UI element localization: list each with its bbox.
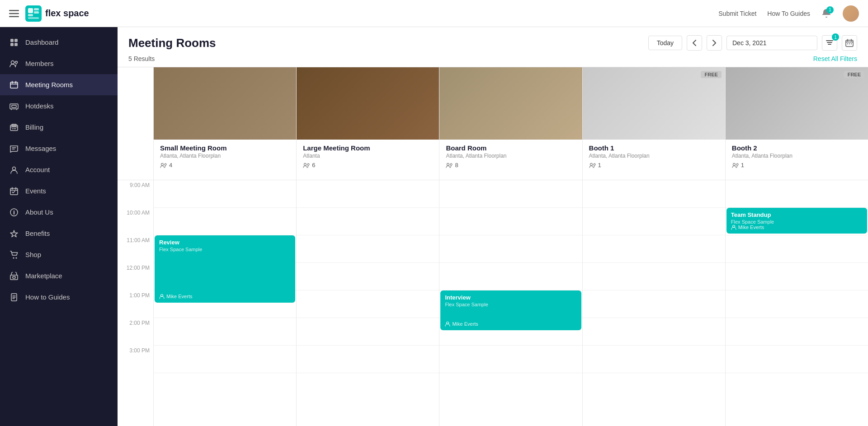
- prev-arrow-button[interactable]: [687, 35, 702, 51]
- slot-row[interactable]: [297, 180, 439, 208]
- sidebar-icon-shop: [9, 250, 19, 259]
- slot-row[interactable]: [726, 290, 868, 318]
- slot-row[interactable]: [439, 180, 582, 208]
- booking-team-standup[interactable]: Team Standup Flex Space Sample Mike Ever…: [726, 208, 867, 234]
- time-slot: 12:00 PM: [118, 263, 153, 290]
- sidebar-item-marketplace[interactable]: Marketplace: [0, 265, 118, 286]
- sidebar-item-about-us[interactable]: About Us: [0, 201, 118, 223]
- slot-row[interactable]: [583, 235, 725, 263]
- svg-point-40: [594, 164, 595, 165]
- booking-user: Mike Everts: [159, 294, 291, 299]
- slot-row[interactable]: [297, 263, 439, 290]
- reset-filters-button[interactable]: Reset All Filters: [813, 55, 857, 62]
- slot-row[interactable]: [154, 208, 296, 235]
- time-label: 9:00 AM: [130, 182, 150, 188]
- sidebar-label-messages: Messages: [25, 145, 56, 152]
- room-name: Board Room: [446, 144, 576, 152]
- svg-rect-11: [14, 43, 18, 46]
- room-header-booth-1[interactable]: FREE Booth 1 Atlanta, Atlanta Floorplan …: [583, 67, 725, 180]
- slot-row[interactable]: [726, 263, 868, 290]
- slot-row[interactable]: [297, 290, 439, 318]
- sidebar-label-dashboard: Dashboard: [25, 38, 58, 46]
- svg-rect-5: [34, 11, 39, 14]
- svg-rect-2: [9, 16, 19, 18]
- sidebar-icon-members: [9, 59, 19, 68]
- logo[interactable]: flex space: [25, 5, 89, 22]
- slot-row[interactable]: [583, 318, 725, 346]
- booking-title: Interview: [445, 294, 576, 301]
- room-capacity: 1: [589, 162, 719, 169]
- room-header-booth-2[interactable]: FREE Booth 2 Atlanta, Atlanta Floorplan …: [726, 67, 868, 180]
- slot-row[interactable]: [154, 346, 296, 373]
- sidebar-item-messages[interactable]: Messages: [0, 138, 118, 159]
- room-image-large-meeting: [297, 67, 439, 140]
- notification-button[interactable]: 1: [821, 8, 832, 19]
- hamburger-menu[interactable]: [9, 8, 19, 19]
- submit-ticket-link[interactable]: Submit Ticket: [718, 10, 756, 17]
- svg-rect-3: [28, 8, 33, 13]
- slot-row[interactable]: [439, 346, 582, 373]
- room-name: Booth 1: [589, 144, 719, 152]
- slot-row[interactable]: [583, 263, 725, 290]
- sidebar-item-billing[interactable]: Billing: [0, 117, 118, 138]
- how-to-guides-link[interactable]: How To Guides: [767, 10, 810, 17]
- room-image-booth-1: [583, 67, 725, 140]
- calendar-view-button[interactable]: [842, 35, 857, 51]
- slot-row[interactable]: [726, 235, 868, 263]
- slot-row[interactable]: [154, 318, 296, 346]
- time-slot: 3:00 PM: [118, 346, 153, 373]
- sidebar-item-dashboard[interactable]: Dashboard: [0, 32, 118, 53]
- sidebar-icon-hotdesks: [9, 101, 19, 111]
- booking-review[interactable]: Review Flex Space Sample Mike Everts: [155, 235, 295, 303]
- user-avatar[interactable]: [843, 5, 859, 22]
- room-col-booth-1: FREE Booth 1 Atlanta, Atlanta Floorplan …: [583, 67, 726, 426]
- time-label: 2:00 PM: [129, 320, 150, 326]
- page-header: Meeting Rooms Today 1: [118, 27, 868, 67]
- next-arrow-button[interactable]: [707, 35, 722, 51]
- svg-rect-14: [10, 82, 18, 88]
- booking-user: Mike Everts: [731, 225, 863, 230]
- slot-row[interactable]: [439, 263, 582, 290]
- slot-row[interactable]: [297, 318, 439, 346]
- sidebar-item-shop[interactable]: Shop: [0, 244, 118, 265]
- sidebar-item-account[interactable]: Account: [0, 159, 118, 180]
- svg-point-42: [736, 164, 738, 165]
- slot-row[interactable]: [726, 180, 868, 208]
- time-label: 11:00 AM: [127, 237, 150, 243]
- sidebar-icon-messages: [9, 144, 19, 153]
- sidebar-item-hotdesks[interactable]: Hotdesks: [0, 95, 118, 117]
- sidebar-item-members[interactable]: Members: [0, 53, 118, 74]
- svg-rect-24: [10, 275, 18, 280]
- date-input[interactable]: [726, 36, 817, 50]
- sidebar-item-events[interactable]: Events: [0, 180, 118, 201]
- booking-subtitle: Flex Space Sample: [159, 247, 291, 252]
- room-header-board-room[interactable]: Board Room Atlanta, Atlanta Floorplan 8: [439, 67, 582, 180]
- slot-row[interactable]: [583, 346, 725, 373]
- time-header-spacer: [118, 67, 153, 180]
- svg-point-19: [13, 167, 16, 170]
- booking-interview[interactable]: Interview Flex Space Sample Mike Everts: [440, 290, 581, 330]
- slot-row[interactable]: [726, 318, 868, 346]
- sidebar-item-benefits[interactable]: Benefits: [0, 223, 118, 244]
- slot-row[interactable]: [583, 290, 725, 318]
- slot-row[interactable]: [583, 180, 725, 208]
- slot-row[interactable]: [297, 235, 439, 263]
- svg-rect-30: [851, 43, 852, 44]
- logo-icon: [25, 5, 42, 22]
- calendar-body: 9:00 AM10:00 AM11:00 AM12:00 PM1:00 PM2:…: [118, 67, 868, 426]
- slot-row[interactable]: [439, 235, 582, 263]
- sidebar-item-meeting-rooms[interactable]: Meeting Rooms: [0, 74, 118, 95]
- rooms-container: Small Meeting Room Atlanta, Atlanta Floo…: [154, 67, 868, 426]
- slot-row[interactable]: [297, 208, 439, 235]
- room-header-large-meeting[interactable]: Large Meeting Room Atlanta 6: [297, 67, 439, 180]
- slot-row[interactable]: [297, 346, 439, 373]
- slot-row[interactable]: [726, 346, 868, 373]
- sidebar-item-how-to-guides[interactable]: How to Guides: [0, 286, 118, 308]
- slot-row[interactable]: [439, 208, 582, 235]
- today-button[interactable]: Today: [648, 36, 682, 50]
- booking-title: Review: [159, 239, 291, 246]
- room-header-small-meeting[interactable]: Small Meeting Room Atlanta, Atlanta Floo…: [154, 67, 296, 180]
- filter-button[interactable]: 1: [822, 35, 837, 51]
- slot-row[interactable]: [154, 180, 296, 208]
- slot-row[interactable]: [583, 208, 725, 235]
